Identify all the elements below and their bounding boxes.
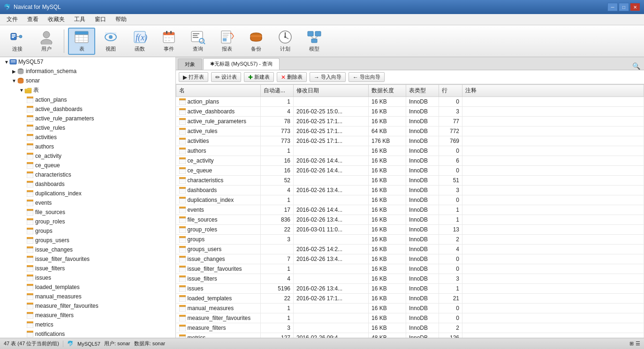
table-row[interactable]: authors 1 16 KB InnoDB 0 [176,146,644,156]
tree-toggle-sonar[interactable]: ▼ [11,78,17,83]
tree-item-tables-folder[interactable]: ▼ 表 [0,85,175,95]
tree-table-manual_measures[interactable]: manual_measures [0,292,175,301]
table-row[interactable]: activities 773 2016-02-25 17:1... 176 KB… [176,136,644,146]
grid-icon[interactable]: ⊞ [629,341,634,347]
tree-table-issue_filter_favourites[interactable]: issue_filter_favourites [0,254,175,264]
tab-objects[interactable]: 对象 [178,59,202,70]
tree-table-groups_users[interactable]: groups_users [0,236,175,245]
tree-table-issue_filters[interactable]: issue_filters [0,264,175,273]
table-row[interactable]: measure_filter_favourites 1 16 KB InnoDB… [176,313,644,323]
tree-table-events[interactable]: events [0,198,175,208]
tree-table-authors[interactable]: authors [0,142,175,151]
tree-table-duplications_index[interactable]: duplications_index [0,189,175,198]
menu-view[interactable]: 查看 [23,15,43,24]
minimize-button[interactable]: ─ [607,3,618,11]
delete-table-button[interactable]: ✕ 删除表 [277,72,307,82]
menu-help[interactable]: 帮助 [111,15,131,24]
tree-table-groups[interactable]: groups [0,226,175,236]
tree-table-notifications[interactable]: notifications [0,329,175,338]
col-header-engine[interactable]: 表类型 [406,85,439,97]
col-header-name[interactable]: 名 [176,85,261,97]
tree-table-ce_activity[interactable]: ce_activity [0,151,175,161]
menu-favorites[interactable]: 收藏夹 [43,15,69,24]
table-row[interactable]: dashboards 4 2016-02-26 13:4... 16 KB In… [176,186,644,195]
design-table-button[interactable]: ✏ 设计表 [211,72,241,82]
table-row[interactable]: duplications_index 1 16 KB InnoDB 0 [176,195,644,205]
new-table-button[interactable]: ✚ 新建表 [244,72,274,82]
table-row[interactable]: groups 3 16 KB InnoDB 2 [176,235,644,245]
export-wizard-button[interactable]: ← 导出向导 [349,72,385,82]
tree-table-loaded_templates[interactable]: loaded_templates [0,282,175,292]
tree-table-action_plans[interactable]: action_plans [0,95,175,104]
tree-table-group_roles[interactable]: group_roles [0,217,175,226]
toolbar-schedule[interactable]: 计划 [272,28,299,55]
table-row[interactable]: ce_queue 16 2016-02-26 14:4... 16 KB Inn… [176,166,644,176]
table-row[interactable]: active_rule_parameters 78 2016-02-25 17:… [176,117,644,126]
tree-table-active_dashboards[interactable]: active_dashboards [0,104,175,114]
list-icon[interactable]: ☰ [636,341,640,347]
tree-table-active_rules[interactable]: active_rules [0,123,175,133]
menu-window[interactable]: 窗口 [90,15,111,24]
table-row[interactable]: events 17 2016-02-26 14:4... 16 KB InnoD… [176,205,644,215]
toolbar-model[interactable]: 模型 [301,28,328,55]
tree-table-issues[interactable]: issues [0,273,175,282]
svg-rect-52 [11,60,15,61]
tree-table-file_sources[interactable]: file_sources [0,208,175,217]
tree-table-active_rule_parameters[interactable]: active_rule_parameters [0,114,175,123]
tree-table-measure_filter_favourites[interactable]: measure_filter_favourites [0,301,175,311]
tree-toggle-info[interactable]: ▶ [11,69,17,74]
col-header-modified[interactable]: 修改日期 [294,85,369,97]
toolbar-view[interactable]: 视图 [97,28,124,55]
tree-table-measure_filters[interactable]: measure_filters [0,311,175,320]
open-table-button[interactable]: ▶ 打开表 [179,72,208,82]
table-row[interactable]: active_rules 773 2016-02-25 17:1... 64 K… [176,126,644,136]
tree-table-activities[interactable]: activities [0,133,175,142]
toolbar-query[interactable]: 查询 [184,28,212,55]
close-button[interactable]: ✕ [630,3,640,11]
toolbar-event[interactable]: 事件 [155,28,182,55]
tree-table-dashboards[interactable]: dashboards [0,179,175,189]
table-row[interactable]: metrics 127 2016-02-26 09:4... 48 KB Inn… [176,333,644,338]
table-row[interactable]: measure_filters 3 16 KB InnoDB 2 [176,323,644,333]
col-header-comment[interactable]: 注释 [462,85,644,97]
table-row[interactable]: issue_filter_favourites 1 16 KB InnoDB 0 [176,264,644,274]
toolbar-backup[interactable]: 备份 [242,28,270,55]
col-header-auto[interactable]: 自动递... [261,85,294,97]
toolbar-report[interactable]: 报表 [213,28,241,55]
tree-toggle[interactable]: ▼ [4,59,9,65]
table-row[interactable]: loaded_templates 22 2016-02-26 17:1... 1… [176,294,644,304]
tree-table-issue_changes[interactable]: issue_changes [0,245,175,254]
table-row[interactable]: active_dashboards 4 2016-02-25 15:0... 1… [176,107,644,117]
table-row[interactable]: manual_measures 1 16 KB InnoDB 0 [176,304,644,313]
maximize-button[interactable]: □ [619,3,629,11]
import-wizard-button[interactable]: → 导入向导 [310,72,346,82]
search-icon[interactable]: 🔍 [632,62,640,70]
table-row[interactable]: group_roles 22 2016-03-01 11:0... 16 KB … [176,225,644,235]
tree-table-ce_queue[interactable]: ce_queue [0,161,175,170]
toolbar-table[interactable]: 表 [68,28,95,55]
table-row[interactable]: action_plans 1 16 KB InnoDB 0 [176,97,644,107]
status-server: MySQL57 [77,341,100,347]
table-row[interactable]: issue_filters 4 16 KB InnoDB 3 [176,274,644,284]
tree-item-information-schema[interactable]: ▶ information_schema [0,67,175,76]
col-header-rows[interactable]: 行 [439,85,462,97]
tree-toggle-tables[interactable]: ▼ [19,88,24,93]
table-row[interactable]: characteristics 52 16 KB InnoDB 51 [176,176,644,186]
table-row[interactable]: issues 5196 2016-02-26 13:4... 16 KB Inn… [176,284,644,294]
tree-root-mysql57[interactable]: ▼ MySQL57 [0,57,175,67]
tree-table-characteristics[interactable]: characteristics [0,170,175,179]
cell-rows: 1 [439,215,462,225]
table-row[interactable]: issue_changes 7 2016-02-26 13:4... 16 KB… [176,254,644,264]
tab-query[interactable]: ✱无标题 (MySQL57) - 查询 [203,58,280,70]
table-row[interactable]: ce_activity 16 2016-02-26 14:4... 16 KB … [176,156,644,166]
menu-file[interactable]: 文件 [2,15,23,24]
tree-item-sonar[interactable]: ▼ sonar [0,76,175,85]
toolbar-user[interactable]: 用户 [33,28,60,55]
table-row[interactable]: groups_users 2016-02-25 14:2... 16 KB In… [176,245,644,254]
menu-tools[interactable]: 工具 [69,15,90,24]
toolbar-function[interactable]: f(x) 函数 [126,28,153,55]
tree-table-metrics[interactable]: metrics [0,320,175,329]
col-header-datasize[interactable]: 数据长度 [369,85,406,97]
toolbar-connect[interactable]: 连接 [4,28,31,55]
table-row[interactable]: file_sources 836 2016-02-26 13:4... 16 K… [176,215,644,225]
